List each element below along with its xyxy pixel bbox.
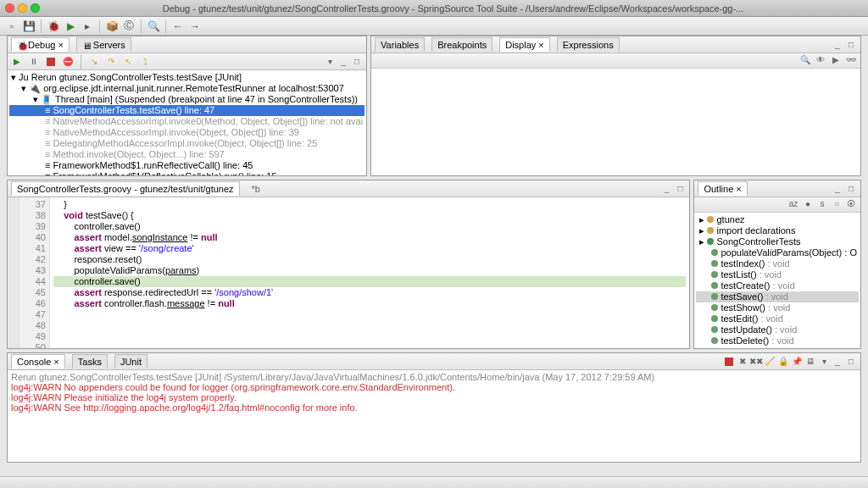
maximize-icon[interactable]: □: [674, 183, 686, 195]
new-package-icon[interactable]: 📦: [105, 19, 119, 33]
stack-frame[interactable]: ≡ SongControllerTests.testSave() line: 4…: [9, 105, 364, 116]
display-console-icon[interactable]: 🖥: [804, 356, 816, 368]
console-tab[interactable]: Console ×: [11, 354, 65, 369]
step-over-icon[interactable]: ↷: [105, 56, 117, 68]
forward-icon[interactable]: →: [188, 19, 202, 33]
console-header: Rerun gtunez.SongControllerTests.testSav…: [11, 372, 857, 382]
step-return-icon[interactable]: ↖: [122, 56, 134, 68]
pin-console-icon[interactable]: 📌: [791, 356, 803, 368]
sort-icon[interactable]: az: [787, 197, 799, 209]
editor-view: SongControllerTests.groovy - gtunez/test…: [7, 180, 690, 349]
terminate-icon[interactable]: [45, 56, 57, 68]
code-area[interactable]: } void testSave() { controller.save() as…: [50, 197, 689, 348]
outline-item[interactable]: ▸ import declarations: [696, 225, 859, 236]
stack-frame[interactable]: ≡ NativeMethodAccessorImpl.invoke(Object…: [9, 127, 364, 138]
run-icon[interactable]: ▶: [64, 19, 77, 33]
breakpoint-gutter[interactable]: [8, 197, 19, 348]
outline-tab[interactable]: Outline ×: [698, 181, 747, 196]
run-last-icon[interactable]: ▸: [81, 19, 94, 33]
outline-item[interactable]: populateValidParams(Object) : O: [696, 247, 859, 258]
outline-item[interactable]: testUpdate() : void: [696, 324, 859, 336]
debug-tab-icon: 🐞: [17, 41, 25, 49]
back-icon[interactable]: ←: [171, 19, 185, 33]
close-icon[interactable]: ×: [538, 40, 543, 50]
outline-item[interactable]: testIndex() : void: [696, 258, 859, 269]
outline-item[interactable]: testEdit() : void: [696, 313, 859, 324]
outline-item[interactable]: ▸ SongControllerTests: [696, 236, 859, 247]
new-class-icon[interactable]: Ⓒ: [122, 19, 136, 33]
minimize-icon[interactable]: _: [337, 56, 349, 68]
vm-node[interactable]: ▾ 🔌 org.eclipse.jdt.internal.junit.runne…: [9, 83, 364, 94]
save-icon[interactable]: 💾: [22, 19, 36, 33]
resume-icon[interactable]: ▶: [11, 56, 23, 68]
servers-tab[interactable]: 🖥 Servers: [76, 37, 131, 52]
tasks-tab[interactable]: Tasks: [72, 354, 108, 369]
open-console-icon[interactable]: ▾: [818, 356, 830, 368]
remove-all-icon[interactable]: ✖✖: [750, 356, 762, 368]
display-tab[interactable]: Display ×: [499, 37, 550, 52]
maximize-icon[interactable]: □: [351, 56, 363, 68]
inspect-icon[interactable]: 👁: [815, 53, 826, 65]
close-icon[interactable]: ×: [58, 40, 63, 50]
drop-frame-icon[interactable]: ⤵: [139, 56, 151, 68]
outline-item[interactable]: testSave() : void: [696, 291, 859, 302]
remove-launch-icon[interactable]: ✖: [737, 356, 748, 368]
hide-static-icon[interactable]: s: [816, 197, 828, 209]
new-icon[interactable]: ▫: [5, 19, 19, 33]
stack-frame[interactable]: ≡ DelegatingMethodAccessorImpl.invoke(Ob…: [9, 138, 364, 149]
clear-icon[interactable]: 🔍: [799, 53, 811, 65]
watch-icon[interactable]: 👓: [845, 53, 857, 65]
debug-tab[interactable]: 🐞 Debug ×: [11, 37, 70, 52]
outline-item[interactable]: ▸ gtunez: [696, 214, 859, 225]
execute-icon[interactable]: ▶: [830, 53, 842, 65]
maximize-icon[interactable]: □: [845, 356, 857, 368]
focus-icon[interactable]: ⦿: [845, 197, 857, 209]
window-close-button[interactable]: [5, 3, 14, 13]
thread-node[interactable]: ▾ 🧵 Thread [main] (Suspended (breakpoint…: [9, 94, 364, 105]
expressions-tab[interactable]: Expressions: [557, 37, 620, 52]
outline-item[interactable]: testList() : void: [696, 269, 859, 280]
outline-item[interactable]: testCreate() : void: [696, 280, 859, 291]
scroll-lock-icon[interactable]: 🔒: [777, 356, 789, 368]
maximize-icon[interactable]: □: [845, 183, 857, 195]
hide-fields-icon[interactable]: ●: [802, 197, 814, 209]
servers-tab-icon: 🖥: [82, 41, 91, 49]
dirty-marker: *b: [252, 184, 260, 194]
clear-console-icon[interactable]: 🧹: [764, 356, 776, 368]
stack-frame[interactable]: ≡ NativeMethodAccessorImpl.invoke0(Metho…: [9, 116, 364, 127]
search-icon[interactable]: 🔍: [147, 19, 160, 33]
window-minimize-button[interactable]: [18, 3, 27, 13]
terminate-icon[interactable]: [723, 356, 735, 368]
hide-nonpublic-icon[interactable]: ○: [831, 197, 843, 209]
variables-tab[interactable]: Variables: [375, 37, 425, 52]
window-zoom-button[interactable]: [31, 3, 40, 13]
editor-tab[interactable]: SongControllerTests.groovy - gtunez/test…: [11, 181, 240, 196]
stack-frame[interactable]: ≡ Method.invoke(Object, Object...) line:…: [9, 149, 364, 160]
suspend-icon[interactable]: ⏸: [28, 56, 40, 68]
minimize-icon[interactable]: _: [832, 39, 843, 51]
maximize-icon[interactable]: □: [845, 39, 857, 51]
minimize-icon[interactable]: _: [832, 356, 843, 368]
debug-icon[interactable]: 🐞: [47, 19, 60, 33]
close-icon[interactable]: ×: [53, 357, 58, 367]
outline-item[interactable]: testDelete() : void: [696, 336, 859, 347]
console-line: log4j:WARN Please initialize the log4j s…: [11, 392, 857, 402]
launch-node[interactable]: ▾ Ju Rerun gtunez.SongControllerTests.te…: [9, 72, 364, 83]
breakpoints-tab-label: Breakpoints: [437, 40, 487, 50]
tasks-tab-label: Tasks: [78, 357, 102, 367]
minimize-icon[interactable]: _: [832, 183, 843, 195]
outline-item[interactable]: testShow() : void: [696, 302, 859, 313]
stack-frame[interactable]: ≡ FrameworkMethod$1(ReflectiveCallable).…: [9, 171, 364, 175]
status-bar: [0, 476, 868, 488]
step-into-icon[interactable]: ↘: [88, 56, 100, 68]
close-icon[interactable]: ×: [736, 184, 741, 194]
disconnect-icon[interactable]: ⛔: [62, 56, 74, 68]
junit-tab[interactable]: JUnit: [114, 354, 147, 369]
debug-tab-label: Debug: [28, 40, 55, 50]
display-body[interactable]: [371, 69, 860, 175]
stack-frame[interactable]: ≡ FrameworkMethod$1.runReflectiveCall() …: [9, 160, 364, 171]
window-title: Debug - gtunez/test/unit/gtunez/SongCont…: [43, 3, 863, 14]
breakpoints-tab[interactable]: Breakpoints: [431, 37, 492, 52]
view-menu-icon[interactable]: ▾: [324, 56, 336, 68]
minimize-icon[interactable]: _: [660, 183, 672, 195]
